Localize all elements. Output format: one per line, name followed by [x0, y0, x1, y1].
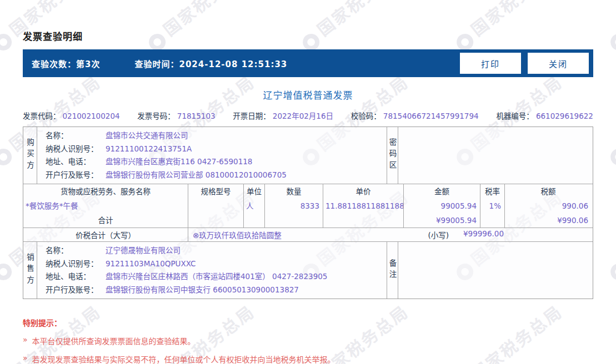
invoice-code: 发票代码：021002100204	[23, 110, 120, 121]
notice-item-2: » 若发现发票查验结果与实际交易不符，任何单位或个人有权拒收并向当地税务机关举报…	[23, 353, 593, 364]
item-name: *餐饮服务*午餐	[23, 199, 188, 213]
total-price-empty	[323, 213, 404, 228]
invoice-date: 开票日期：2022年02月16日	[233, 110, 333, 121]
col-header-spec: 规格型号	[188, 184, 244, 199]
item-taxrate: 1%	[480, 199, 505, 213]
remark-label: 备注	[387, 259, 398, 282]
invoice-date-label: 开票日期：	[233, 112, 271, 120]
buyer-name-line: 名称： 盘锦市公共交通有限公司	[46, 129, 387, 143]
buyer-info: 名称： 盘锦市公共交通有限公司 纳税人识别号： 9121110012241375…	[37, 127, 387, 184]
notice-bullet-icon: »	[23, 353, 28, 364]
total-spec-empty	[188, 213, 244, 228]
check-count-value: 第3次	[76, 59, 100, 69]
col-header-amount: 金额	[404, 184, 480, 199]
item-tax: 990.06	[505, 199, 592, 213]
invoice-code-label: 发票代码：	[23, 112, 61, 120]
seller-taxid-label: 纳税人识别号：	[46, 257, 106, 271]
seller-info: 名称： 辽宁德晟物业有限公司 纳税人识别号： 91211103MA10QPUXX…	[37, 242, 387, 299]
check-code-value: 78154066721457991794	[383, 112, 479, 120]
invoice-meta-row: 发票代码：021002100204 发票号码：71815103 开票日期：202…	[23, 110, 593, 121]
buyer-taxid-line: 纳税人识别号： 91211100122413751A	[46, 143, 387, 156]
buyer-bank-line: 开户行及账号： 盘锦银行股份有限公司营业部 08100012010006705	[46, 169, 387, 182]
goods-header-row: 货物或应税劳务、服务名称 规格型号 单位 数量 单价 金额 税率 税额	[23, 184, 593, 199]
notice-section: 特别提示： » 本平台仅提供所查询发票票面信息的查验结果。 » 若发现发票查验结…	[23, 317, 593, 364]
seller-taxid-value: 91211103MA10QPUXXC	[106, 257, 196, 271]
goods-total-row: 合计 ¥99005.94 ¥990.06	[23, 213, 593, 228]
sum-small-label: (小写)	[428, 229, 449, 240]
seller-address-label: 地址、电话：	[46, 270, 106, 284]
seller-address-value: 盘锦市兴隆台区庄林路西（市客运站四楼401室） 0427-2823905	[106, 270, 327, 284]
col-header-taxrate: 税率	[480, 184, 505, 199]
notice-item-text: 本平台仅提供所查询发票票面信息的查验结果。	[32, 335, 196, 346]
total-tax: ¥990.06	[505, 213, 592, 228]
seller-taxid-line: 纳税人识别号： 91211103MA10QPUXXC	[46, 257, 387, 271]
goods-section: 货物或应税劳务、服务名称 规格型号 单位 数量 单价 金额 税率 税额 *餐饮服…	[23, 184, 593, 228]
password-area-label: 密码区	[387, 138, 398, 173]
sum-row: 价税合计（大写） ⊗玖万玖仟玖佰玖拾陆圆整 (小写) ¥99996.00	[23, 228, 593, 241]
check-time-value: 2024-12-08 12:51:33	[179, 59, 287, 69]
buyer-section: 购买方 名称： 盘锦市公共交通有限公司 纳税人识别号： 912111001224…	[23, 127, 593, 184]
seller-name-label: 名称：	[46, 244, 106, 257]
check-count-label: 查验次数：	[32, 59, 76, 69]
total-taxrate-empty	[480, 213, 505, 228]
invoice-table: 购买方 名称： 盘锦市公共交通有限公司 纳税人识别号： 912111001224…	[23, 127, 593, 299]
invoice-date-value: 2022年02月16日	[273, 112, 333, 120]
buyer-address-value: 盘锦市兴隆台区惠宾街116 0427-6590118	[106, 155, 252, 169]
total-qty-empty	[265, 213, 323, 228]
col-header-price: 单价	[323, 184, 404, 199]
goods-data-row: *餐饮服务*午餐 人 8333 11.881188118811881 99005…	[23, 199, 593, 213]
machine-number: 机器编号：661029619622	[496, 110, 593, 121]
password-area	[398, 127, 593, 184]
seller-bank-label: 开户行及账号：	[46, 284, 106, 297]
total-label: 合计	[23, 213, 188, 228]
check-code: 校验码：78154066721457991794	[351, 110, 479, 121]
seller-bank-value: 盘锦银行股份有限公司中银支行 660050130900013827	[106, 284, 299, 297]
col-header-unit: 单位	[244, 184, 265, 199]
seller-section: 销售方 名称： 辽宁德晟物业有限公司 纳税人识别号： 91211103MA10Q…	[23, 241, 593, 299]
item-unit: 人	[244, 199, 265, 213]
notice-item-1: » 本平台仅提供所查询发票票面信息的查验结果。	[23, 335, 593, 346]
buyer-side-label: 购买方	[24, 138, 36, 173]
buyer-taxid-label: 纳税人识别号：	[46, 143, 106, 156]
invoice-number: 发票号码：71815103	[137, 110, 215, 121]
seller-address-line: 地址、电话： 盘锦市兴隆台区庄林路西（市客运站四楼401室） 0427-2823…	[46, 270, 387, 284]
invoice-verification-page: 发票查验明细 查验次数：第3次 查验时间：2024-12-08 12:51:33…	[0, 29, 616, 364]
check-count: 查验次数：第3次	[32, 58, 100, 69]
buyer-address-label: 地址、电话：	[46, 155, 106, 169]
toolbar: 查验次数：第3次 查验时间：2024-12-08 12:51:33 打印 关闭	[23, 49, 593, 77]
invoice-number-label: 发票号码：	[137, 112, 175, 120]
buyer-name-value: 盘锦市公共交通有限公司	[106, 129, 188, 143]
notice-item-text: 若发现发票查验结果与实际交易不符，任何单位或个人有权拒收并向当地税务机关举报。	[32, 353, 335, 364]
item-amount: 99005.94	[404, 199, 480, 213]
seller-name-value: 辽宁德晟物业有限公司	[106, 244, 181, 257]
buyer-taxid-value: 91211100122413751A	[106, 143, 192, 156]
total-unit-empty	[244, 213, 265, 228]
check-time: 查验时间：2024-12-08 12:51:33	[134, 58, 287, 69]
col-header-tax: 税额	[505, 184, 592, 199]
notice-title: 特别提示：	[23, 317, 593, 328]
close-button[interactable]: 关闭	[528, 53, 589, 74]
print-button[interactable]: 打印	[460, 53, 521, 74]
seller-side-label: 销售方	[24, 253, 36, 287]
seller-bank-line: 开户行及账号： 盘锦银行股份有限公司中银支行 66005013090001382…	[46, 284, 387, 297]
item-spec	[188, 199, 244, 213]
invoice-code-value: 021002100204	[63, 112, 120, 120]
buyer-name-label: 名称：	[46, 129, 106, 143]
seller-name-line: 名称： 辽宁德晟物业有限公司	[46, 244, 387, 257]
check-time-label: 查验时间：	[134, 59, 179, 69]
remark-area	[398, 242, 593, 299]
buyer-bank-label: 开户行及账号：	[46, 169, 106, 182]
invoice-title: 辽宁增值税普通发票	[23, 88, 593, 102]
remark-side-strip: 备注	[387, 242, 398, 299]
sum-small-value: ¥99996.00	[463, 229, 504, 240]
col-header-qty: 数量	[265, 184, 323, 199]
check-code-label: 校验码：	[351, 112, 381, 120]
buyer-bank-value: 盘锦银行股份有限公司营业部 08100012010006705	[106, 169, 287, 182]
sum-small: (小写) ¥99996.00	[428, 229, 504, 240]
machine-number-label: 机器编号：	[496, 112, 534, 120]
invoice-number-value: 71815103	[177, 112, 216, 120]
sum-label: 价税合计（大写）	[23, 228, 188, 241]
col-header-name: 货物或应税劳务、服务名称	[23, 184, 188, 199]
item-qty: 8333	[265, 199, 323, 213]
buyer-address-line: 地址、电话： 盘锦市兴隆台区惠宾街116 0427-6590118	[46, 155, 387, 169]
